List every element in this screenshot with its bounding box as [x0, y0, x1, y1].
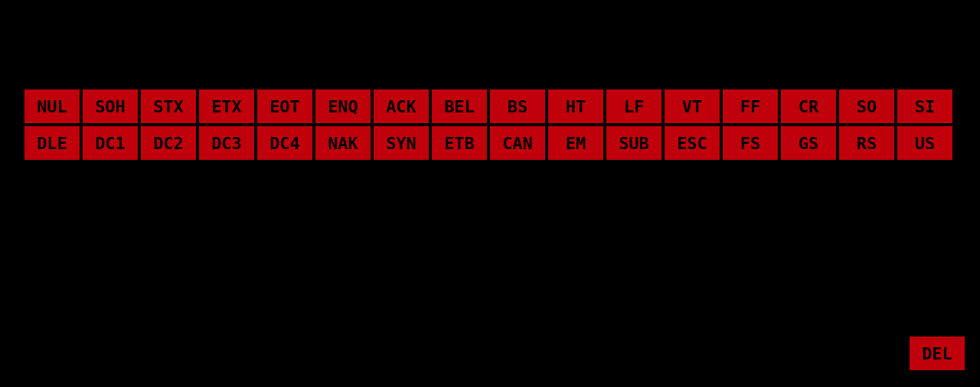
cell-dc1: DC1: [81, 125, 139, 161]
cell-bs: BS: [488, 88, 547, 125]
cell-bel: BEL: [430, 88, 488, 125]
cell-fs: FS: [721, 125, 779, 161]
ascii-control-grid: NULSOHSTXETXEOTENQACKBELBSHTLFVTFFCRSOSI…: [23, 88, 954, 161]
cell-vt: VT: [663, 88, 721, 125]
cell-soh: SOH: [81, 88, 139, 125]
cell-etb: ETB: [430, 125, 488, 161]
cell-nak: NAK: [314, 125, 372, 161]
row-1: NULSOHSTXETXEOTENQACKBELBSHTLFVTFFCRSOSI: [23, 88, 954, 125]
row-2: DLEDC1DC2DC3DC4NAKSYNETBCANEMSUBESCFSGSR…: [23, 125, 954, 161]
cell-si: SI: [896, 88, 954, 125]
cell-etx: ETX: [198, 88, 256, 125]
cell-nul: NUL: [23, 88, 81, 125]
cell-us: US: [896, 125, 954, 161]
cell-cr: CR: [779, 88, 838, 125]
cell-esc: ESC: [663, 125, 721, 161]
cell-eot: EOT: [256, 88, 314, 125]
cell-gs: GS: [779, 125, 838, 161]
cell-dc4: DC4: [256, 125, 314, 161]
cell-syn: SYN: [372, 125, 430, 161]
cell-rs: RS: [838, 125, 896, 161]
cell-dc3: DC3: [198, 125, 256, 161]
cell-dc2: DC2: [139, 125, 198, 161]
cell-ff: FF: [721, 88, 779, 125]
cell-em: EM: [547, 125, 605, 161]
cell-so: SO: [838, 88, 896, 125]
cell-can: CAN: [488, 125, 547, 161]
del-cell: DEL: [908, 335, 966, 372]
cell-enq: ENQ: [314, 88, 372, 125]
cell-lf: LF: [605, 88, 663, 125]
cell-stx: STX: [139, 88, 198, 125]
cell-dle: DLE: [23, 125, 81, 161]
cell-sub: SUB: [605, 125, 663, 161]
cell-ack: ACK: [372, 88, 430, 125]
cell-ht: HT: [547, 88, 605, 125]
